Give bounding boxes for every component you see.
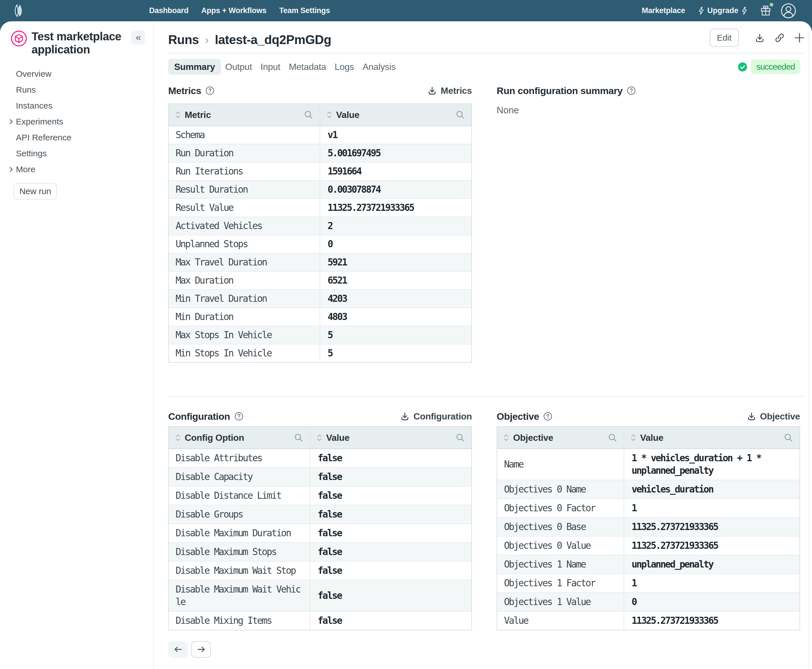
copy-link-button[interactable] — [774, 32, 785, 44]
help-icon[interactable] — [627, 86, 636, 95]
sidebar-collapse-button[interactable]: « — [131, 30, 145, 45]
search-icon[interactable] — [783, 433, 793, 442]
sidebar-item-runs[interactable]: Runs — [0, 82, 153, 98]
breadcrumb-runs[interactable]: Runs — [168, 33, 199, 47]
table-row: Max Stops In Vehicle5 — [169, 326, 471, 345]
metrics-section: Metrics Metri — [168, 84, 472, 363]
tab-analysis[interactable]: Analysis — [358, 59, 400, 75]
row-key: Disable Maximum Duration — [169, 524, 310, 543]
row-value: false — [310, 505, 471, 524]
search-icon[interactable] — [455, 433, 465, 442]
table-row: Objectives 0 Namevehicles_duration — [497, 480, 800, 499]
download-configuration-link[interactable]: Configuration — [400, 411, 472, 422]
table-row: Run Iterations1591664 — [169, 163, 471, 181]
bolt-icon — [698, 7, 704, 15]
sort-icon[interactable] — [503, 434, 509, 442]
breadcrumb: Runs › latest-a_dq2PmGDg — [168, 33, 331, 47]
tab-input[interactable]: Input — [256, 59, 285, 75]
sidebar-item-instances[interactable]: Instances — [0, 98, 153, 114]
help-icon[interactable] — [544, 412, 552, 420]
table-row: Disable Capacityfalse — [169, 468, 471, 487]
help-icon[interactable] — [235, 412, 243, 420]
download-metrics-link[interactable]: Metrics — [427, 86, 472, 96]
row-key: Disable Distance Limit — [169, 487, 310, 505]
sidebar-item-more[interactable]: More — [0, 161, 153, 177]
nav-apps-workflows[interactable]: Apps + Workflows — [201, 6, 267, 15]
tabs-row: Summary Output Input Metadata Logs Analy… — [168, 59, 805, 75]
download-run-button[interactable] — [754, 32, 765, 44]
row-key: Objectives 1 Value — [497, 593, 624, 612]
row-key: Disable Maximum Wait Vehicle — [169, 580, 310, 612]
row-value: 11325.273721933365 — [624, 518, 800, 536]
sort-icon[interactable] — [631, 434, 636, 442]
row-key: Result Value — [169, 199, 320, 217]
row-key: Activated Vehicles — [169, 217, 320, 235]
table-row: Objectives 1 Nameunplanned_penalty — [497, 555, 800, 574]
table-row: Min Travel Duration4203 — [169, 290, 471, 308]
table-pagination — [168, 641, 472, 658]
download-objective-link[interactable]: Objective — [747, 411, 800, 422]
previous-page-button[interactable] — [168, 641, 188, 658]
main-content: Runs › latest-a_dq2PmGDg Edit — [154, 21, 812, 669]
search-icon[interactable] — [294, 433, 304, 442]
row-key: Min Stops In Vehicle — [169, 345, 320, 362]
run-config-summary-value: None — [497, 105, 800, 116]
sort-icon[interactable] — [326, 111, 332, 119]
new-run-button[interactable]: New run — [13, 183, 57, 200]
configuration-table: Config Option Value Disable Attributesfa… — [168, 426, 472, 630]
sort-icon[interactable] — [317, 434, 322, 442]
row-key: Disable Maximum Wait Stop — [169, 561, 310, 580]
sort-icon[interactable] — [175, 111, 181, 119]
nav-team-settings[interactable]: Team Settings — [279, 6, 330, 15]
sidebar-item-settings[interactable]: Settings — [0, 146, 153, 161]
navbar-right: Marketplace Upgrade — [642, 3, 812, 18]
sidebar-item-overview[interactable]: Overview — [0, 66, 153, 82]
app-title: Test marketplace application — [32, 30, 128, 56]
row-value: 11325.273721933365 — [320, 199, 471, 217]
top-navbar: Dashboard Apps + Workflows Team Settings… — [0, 0, 812, 21]
app-cube-icon — [11, 30, 27, 47]
objective-title: Objective — [497, 411, 539, 422]
help-icon[interactable] — [206, 86, 214, 95]
sidebar-item-api-reference[interactable]: API Reference — [0, 129, 153, 146]
edit-button[interactable]: Edit — [710, 29, 739, 47]
check-circle-icon — [738, 62, 747, 72]
nav-marketplace[interactable]: Marketplace — [642, 6, 685, 15]
download-icon — [754, 32, 765, 44]
nav-dashboard[interactable]: Dashboard — [149, 6, 188, 15]
row-value: 5921 — [320, 254, 471, 272]
chevron-right-icon — [8, 166, 14, 173]
row-key: Disable Capacity — [169, 468, 310, 487]
table-row: Result Duration0.003078874 — [169, 181, 471, 199]
sidebar-menu: Overview Runs Instances Experiments API … — [0, 66, 153, 177]
sidebar-item-experiments[interactable]: Experiments — [0, 114, 153, 129]
page-container: Test marketplace application « Overview … — [0, 21, 812, 669]
upgrade-button[interactable]: Upgrade — [698, 6, 748, 15]
run-config-summary-title: Run configuration summary — [497, 85, 622, 96]
row-value: 0 — [320, 235, 471, 254]
tab-output[interactable]: Output — [221, 59, 256, 75]
scrollbar-track[interactable] — [809, 33, 809, 669]
table-row: Result Value11325.273721933365 — [169, 199, 471, 217]
metrics-title: Metrics — [168, 85, 201, 96]
row-key: Objectives 1 Factor — [497, 574, 624, 593]
tab-logs[interactable]: Logs — [331, 59, 358, 75]
tab-metadata[interactable]: Metadata — [285, 59, 331, 75]
row-value: 1 * vehicles_duration + 1 * unplanned_pe… — [624, 449, 800, 480]
search-icon[interactable] — [608, 433, 617, 442]
row-key: Min Duration — [169, 308, 320, 326]
row-key: Objectives 1 Name — [497, 555, 624, 574]
search-icon[interactable] — [455, 110, 465, 119]
row-value: vehicles_duration — [624, 480, 800, 499]
row-key: Name — [497, 449, 624, 480]
row-value: 0 — [624, 593, 800, 612]
next-page-button[interactable] — [191, 641, 211, 658]
add-button[interactable] — [794, 32, 805, 44]
sort-icon[interactable] — [175, 434, 181, 442]
row-key: Value — [497, 612, 624, 630]
row-key: Objectives 0 Value — [497, 536, 624, 555]
avatar-icon[interactable] — [781, 3, 796, 18]
tab-summary[interactable]: Summary — [168, 59, 221, 75]
gifts-button[interactable] — [760, 5, 771, 17]
search-icon[interactable] — [304, 110, 314, 119]
